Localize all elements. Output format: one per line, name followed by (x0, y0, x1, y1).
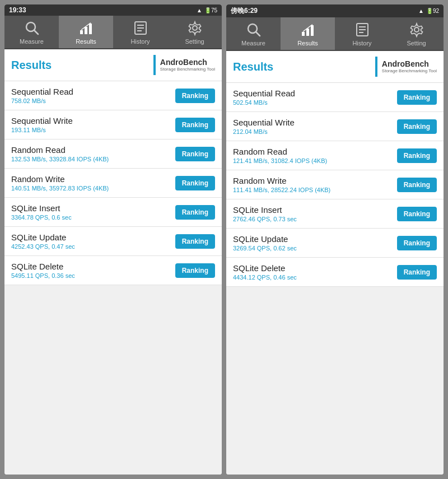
bench-name-1: Sequential Write (233, 118, 295, 127)
bench-value-0: 502.54 MB/s (233, 99, 295, 106)
ranking-button-0[interactable]: Ranking (175, 89, 215, 103)
logo-main-text: AndroBench (160, 58, 207, 67)
table-row: SQLite Insert 2762.46 QPS, 0.73 sec Rank… (226, 199, 444, 229)
androbench-logo: AndroBench Storage Benchmarking Tool (153, 55, 215, 75)
ranking-button-6[interactable]: Ranking (175, 263, 215, 278)
bench-value-6: 5495.11 QPS, 0.36 sec (11, 272, 75, 279)
svg-rect-12 (302, 32, 305, 36)
nav-item-measure[interactable]: Measure (4, 16, 59, 48)
table-row: Random Read 121.41 MB/s, 31082.4 IOPS (4… (226, 141, 444, 170)
nav-label-history: History (352, 40, 371, 46)
measure-icon (245, 22, 263, 38)
table-row: SQLite Update 3269.54 QPS, 0.62 sec Rank… (226, 229, 444, 258)
bench-info-4: SQLite Insert 2762.46 QPS, 0.73 sec (233, 205, 297, 222)
nav-bar: Measure Results History Setting (226, 17, 444, 51)
bench-name-0: Sequential Read (233, 89, 295, 98)
ranking-button-5[interactable]: Ranking (175, 234, 215, 249)
ranking-button-4[interactable]: Ranking (397, 207, 437, 221)
bench-name-2: Random Read (233, 147, 327, 156)
table-row: Random Write 140.51 MB/s, 35972.83 IOPS … (4, 169, 222, 198)
bench-name-1: Sequential Write (11, 116, 73, 125)
nav-item-results[interactable]: Results (281, 17, 335, 50)
ranking-button-4[interactable]: Ranking (175, 205, 215, 220)
nav-label-results: Results (76, 38, 96, 45)
svg-rect-14 (311, 25, 314, 36)
bench-info-5: SQLite Update 3269.54 QPS, 0.62 sec (233, 234, 297, 252)
bench-name-0: Sequential Read (11, 87, 73, 96)
bench-name-3: Random Write (233, 176, 330, 185)
table-row: Random Write 111.41 MB/s, 28522.24 IOPS … (226, 170, 444, 199)
bench-info-2: Random Read 132.53 MB/s, 33928.84 IOPS (… (11, 145, 109, 162)
measure-icon (23, 20, 41, 36)
nav-item-measure[interactable]: Measure (226, 17, 281, 50)
bench-name-3: Random Write (11, 174, 109, 184)
bench-name-2: Random Read (11, 145, 109, 155)
ranking-button-3[interactable]: Ranking (175, 176, 215, 190)
ranking-button-1[interactable]: Ranking (397, 119, 437, 134)
table-row: SQLite Insert 3364.78 QPS, 0.6 sec Ranki… (4, 198, 222, 227)
nav-label-measure: Measure (20, 38, 44, 45)
ranking-button-6[interactable]: Ranking (397, 265, 437, 280)
bench-info-6: SQLite Delete 5495.11 QPS, 0.36 sec (11, 262, 75, 279)
svg-rect-13 (306, 29, 309, 36)
table-row: Sequential Read 758.02 MB/s Ranking (4, 81, 222, 110)
androbench-logo: AndroBench Storage Benchmarking Tool (375, 57, 437, 77)
nav-item-setting[interactable]: Setting (389, 17, 444, 50)
bench-value-6: 4434.12 QPS, 0.46 sec (233, 274, 297, 281)
table-row: Sequential Read 502.54 MB/s Ranking (226, 83, 444, 112)
logo-sub-text: Storage Benchmarking Tool (382, 68, 437, 74)
results-icon (299, 22, 317, 38)
bench-info-0: Sequential Read 502.54 MB/s (233, 89, 295, 106)
results-title: Results (11, 59, 52, 72)
nav-label-results: Results (297, 40, 318, 46)
ranking-button-5[interactable]: Ranking (397, 236, 437, 250)
battery-icon: 🔋75 (204, 7, 217, 13)
nav-item-results[interactable]: Results (59, 16, 113, 48)
nav-item-history[interactable]: History (335, 17, 389, 50)
status-time: 19:33 (9, 6, 26, 14)
nav-label-setting: Setting (185, 38, 204, 45)
bench-name-5: SQLite Update (233, 234, 297, 244)
bench-value-4: 2762.46 QPS, 0.73 sec (233, 216, 297, 222)
ranking-button-1[interactable]: Ranking (175, 118, 215, 132)
bench-value-1: 193.11 MB/s (11, 127, 73, 133)
bench-info-2: Random Read 121.41 MB/s, 31082.4 IOPS (4… (233, 147, 327, 164)
svg-point-9 (193, 26, 197, 30)
table-row: Sequential Write 212.04 MB/s Ranking (226, 112, 444, 141)
table-row: Random Read 132.53 MB/s, 33928.84 IOPS (… (4, 139, 222, 169)
table-row: SQLite Update 4252.43 QPS, 0.47 sec Rank… (4, 227, 222, 256)
nav-item-setting[interactable]: Setting (167, 16, 222, 48)
setting-icon (186, 20, 204, 36)
ranking-button-3[interactable]: Ranking (397, 178, 437, 192)
ranking-button-0[interactable]: Ranking (397, 90, 437, 105)
nav-bar: Measure Results History Setting (4, 16, 222, 49)
bench-name-4: SQLite Insert (233, 205, 297, 215)
phone-phone-right: 傍晚6:29 ▲ 🔋92 Measure Results History (226, 4, 444, 475)
bench-info-4: SQLite Insert 3364.78 QPS, 0.6 sec (11, 203, 72, 221)
results-header: Results AndroBench Storage Benchmarking … (226, 51, 444, 83)
svg-rect-4 (89, 24, 92, 34)
svg-line-11 (256, 32, 260, 36)
ranking-button-2[interactable]: Ranking (175, 147, 215, 161)
bench-name-5: SQLite Update (11, 232, 75, 242)
bench-info-1: Sequential Write 193.11 MB/s (11, 116, 73, 133)
bench-value-1: 212.04 MB/s (233, 128, 295, 135)
nav-label-measure: Measure (241, 40, 265, 46)
svg-point-19 (414, 27, 419, 32)
bench-info-1: Sequential Write 212.04 MB/s (233, 118, 295, 135)
bench-value-5: 3269.54 QPS, 0.62 sec (233, 245, 297, 252)
bench-value-0: 758.02 MB/s (11, 97, 73, 104)
phone-phone-left: 19:33 ▲ 🔋75 Measure Results History (4, 4, 222, 475)
ranking-button-2[interactable]: Ranking (397, 148, 437, 163)
table-row: Sequential Write 193.11 MB/s Ranking (4, 110, 222, 139)
battery-icon: 🔋92 (426, 8, 439, 14)
nav-item-history[interactable]: History (113, 16, 167, 48)
bench-name-6: SQLite Delete (11, 262, 75, 271)
results-title: Results (233, 61, 273, 73)
results-icon (77, 20, 95, 36)
bench-info-3: Random Write 140.51 MB/s, 35972.83 IOPS … (11, 174, 109, 192)
wifi-icon: ▲ (418, 8, 424, 14)
status-bar: 傍晚6:29 ▲ 🔋92 (226, 4, 444, 17)
benchmark-list: Sequential Read 758.02 MB/s Ranking Sequ… (4, 81, 222, 475)
status-icons: ▲ 🔋92 (418, 8, 439, 14)
